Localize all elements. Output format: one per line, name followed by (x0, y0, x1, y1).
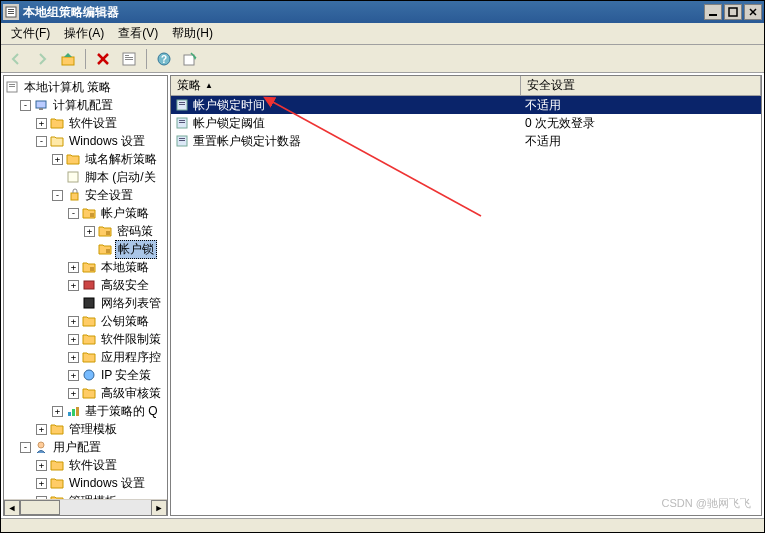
expand-icon[interactable]: + (68, 352, 79, 363)
collapse-icon[interactable]: - (20, 442, 31, 453)
minimize-button[interactable] (704, 4, 722, 20)
tree-software[interactable]: +软件设置 (36, 114, 167, 132)
tree-windows[interactable]: -Windows 设置 (36, 132, 167, 150)
svg-rect-21 (36, 101, 46, 108)
menu-help[interactable]: 帮助(H) (166, 23, 219, 44)
tree-label: 网络列表管 (99, 295, 163, 312)
collapse-icon[interactable]: - (20, 100, 31, 111)
tree-swrestrict[interactable]: +软件限制策 (68, 330, 167, 348)
titlebar[interactable]: 本地组策略编辑器 (1, 1, 764, 23)
toolbar: ? (1, 45, 764, 73)
tree-u-windows[interactable]: +Windows 设置 (36, 474, 167, 492)
expand-icon[interactable]: + (36, 460, 47, 471)
expand-icon[interactable]: + (68, 370, 79, 381)
list-row[interactable]: 帐户锁定阈值 0 次无效登录 (171, 114, 761, 132)
folder-icon (65, 152, 81, 166)
collapse-icon[interactable]: - (52, 190, 63, 201)
svg-rect-12 (125, 55, 129, 56)
scroll-thumb[interactable] (20, 500, 60, 515)
up-button[interactable] (57, 48, 79, 70)
expand-icon[interactable]: + (52, 154, 63, 165)
tree-pane[interactable]: 本地计算机 策略 - 计算机配置 +软件设置 -Windows 设置 +域名解析… (3, 75, 168, 516)
tree-appctrl[interactable]: +应用程序控 (68, 348, 167, 366)
policy-icon (4, 80, 20, 94)
collapse-icon[interactable]: - (36, 136, 47, 147)
folder-open-icon (49, 134, 65, 148)
expand-icon[interactable]: + (36, 478, 47, 489)
menu-view[interactable]: 查看(V) (112, 23, 164, 44)
cell-value: 0 次无效登录 (525, 115, 595, 132)
expand-icon[interactable]: + (36, 424, 47, 435)
col-policy[interactable]: 策略▲ (171, 76, 521, 95)
menu-file[interactable]: 文件(F) (5, 23, 56, 44)
svg-rect-37 (179, 102, 185, 103)
tree-scrollbar[interactable]: ◄ ► (4, 499, 167, 515)
delete-button[interactable] (92, 48, 114, 70)
tree-label: 管理模板 (67, 421, 119, 438)
expand-icon[interactable]: + (52, 406, 63, 417)
expand-icon[interactable]: + (68, 388, 79, 399)
tree-account-pol[interactable]: -帐户策略 (68, 204, 167, 222)
col-security[interactable]: 安全设置 (521, 76, 761, 95)
export-button[interactable] (179, 48, 201, 70)
tree-user-config[interactable]: -用户配置 (20, 438, 167, 456)
svg-rect-25 (90, 213, 94, 217)
tree-admin-tmpl[interactable]: +管理模板 (36, 420, 167, 438)
refresh-button[interactable] (118, 48, 140, 70)
tree-netlist[interactable]: 网络列表管 (68, 294, 167, 312)
close-button[interactable] (744, 4, 762, 20)
list-row[interactable]: 重置帐户锁定计数器 不适用 (171, 132, 761, 150)
svg-rect-1 (8, 9, 14, 10)
folder-icon (49, 116, 65, 130)
tree-lockout[interactable]: 帐户锁 (84, 240, 167, 258)
svg-rect-29 (84, 281, 94, 289)
svg-rect-41 (179, 122, 185, 123)
tree-security[interactable]: -安全设置 (52, 186, 167, 204)
tree-password[interactable]: +密码策 (84, 222, 167, 240)
tree-pubkey[interactable]: +公钥策略 (68, 312, 167, 330)
svg-point-35 (38, 442, 44, 448)
tree-ipsec[interactable]: +IP 安全策 (68, 366, 167, 384)
tree-label: 用户配置 (51, 439, 103, 456)
expand-icon[interactable]: + (68, 280, 79, 291)
tree-adv-sec[interactable]: +高级安全 (68, 276, 167, 294)
list-row[interactable]: 帐户锁定时间 不适用 (171, 96, 761, 114)
security-icon (65, 188, 81, 202)
network-icon (81, 296, 97, 310)
folder-icon (81, 350, 97, 364)
scroll-track[interactable] (20, 500, 151, 515)
list-body[interactable]: 帐户锁定时间 不适用 帐户锁定阈值 0 次无效登录 重置帐户锁定计数器 不适用 (171, 96, 761, 515)
tree-advaudit[interactable]: +高级审核策 (68, 384, 167, 402)
tree-name-res[interactable]: +域名解析策略 (52, 150, 167, 168)
tree-local-pol[interactable]: +本地策略 (68, 258, 167, 276)
cell-policy: 帐户锁定阈值 (193, 115, 265, 132)
tree-label: 计算机配置 (51, 97, 115, 114)
svg-rect-4 (709, 14, 717, 16)
help-button[interactable]: ? (153, 48, 175, 70)
tree-scripts[interactable]: 脚本 (启动/关 (52, 168, 167, 186)
menu-action[interactable]: 操作(A) (58, 23, 110, 44)
policy-folder-icon (81, 260, 97, 274)
expand-icon[interactable]: + (68, 262, 79, 273)
scroll-left-button[interactable]: ◄ (4, 500, 20, 516)
svg-rect-5 (729, 8, 737, 16)
collapse-icon[interactable]: - (68, 208, 79, 219)
expand-icon[interactable]: + (68, 316, 79, 327)
tree-u-software[interactable]: +软件设置 (36, 456, 167, 474)
ipsec-icon (81, 368, 97, 382)
svg-rect-32 (68, 412, 71, 416)
svg-rect-24 (71, 193, 78, 200)
svg-point-31 (84, 370, 94, 380)
expand-icon[interactable]: + (84, 226, 95, 237)
tree-root[interactable]: 本地计算机 策略 (4, 78, 167, 96)
maximize-button[interactable] (724, 4, 742, 20)
expand-icon[interactable]: + (68, 334, 79, 345)
scroll-right-button[interactable]: ► (151, 500, 167, 516)
tree-label: 本地策略 (99, 259, 151, 276)
tree-qos[interactable]: +基于策略的 Q (52, 402, 167, 420)
main-window: 本地组策略编辑器 文件(F) 操作(A) 查看(V) 帮助(H) ? 本地计算机… (0, 0, 765, 533)
list-pane: 策略▲ 安全设置 帐户锁定时间 不适用 帐户锁定阈值 0 次无效登录 重置帐户锁… (170, 75, 762, 516)
expand-icon[interactable]: + (36, 118, 47, 129)
script-icon (65, 170, 81, 184)
tree-computer-config[interactable]: - 计算机配置 (20, 96, 167, 114)
